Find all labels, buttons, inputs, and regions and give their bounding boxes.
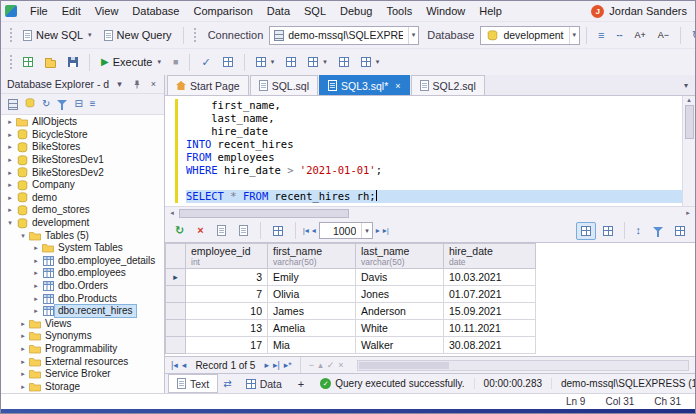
tree-item-demo[interactable]: ▸demo <box>1 192 164 205</box>
cell-last-name[interactable]: Jones <box>356 286 444 303</box>
pin-icon[interactable] <box>130 80 143 89</box>
add-results-tab-button[interactable]: + <box>291 378 311 390</box>
expand-icon[interactable]: ▸ <box>5 206 15 214</box>
code-line-8[interactable]: SELECT * FROM recent_hires rh; <box>165 190 682 203</box>
menu-tools[interactable]: Tools <box>379 2 419 20</box>
comment-button[interactable]: -- <box>611 27 627 44</box>
expand-icon[interactable]: ▸ <box>5 169 15 177</box>
first-record-icon[interactable]: |◂ <box>171 360 178 370</box>
tab-data[interactable]: Data <box>237 374 291 393</box>
tree-item-bikestoresdev2[interactable]: ▸BikeStoresDev2 <box>1 166 164 179</box>
previous-record-icon[interactable]: ◂ <box>182 360 187 370</box>
menu-data[interactable]: Data <box>260 2 297 20</box>
menu-debug[interactable]: Debug <box>333 2 379 20</box>
tree-item-tables-5[interactable]: ▾Tables (5) <box>1 229 164 242</box>
menu-sql[interactable]: SQL <box>297 2 333 20</box>
editor-vertical-scrollbar[interactable]: ▴ <box>682 96 695 206</box>
close-icon[interactable]: × <box>147 79 160 89</box>
expand-icon[interactable]: ▸ <box>18 370 28 378</box>
expand-icon[interactable]: ▸ <box>31 257 41 265</box>
expand-icon[interactable]: ▸ <box>18 320 28 328</box>
tree-item-demo-stores[interactable]: ▸demo_stores <box>1 204 164 217</box>
open-file-button[interactable] <box>40 53 61 72</box>
tree-item-external-resources[interactable]: ▸External resources <box>1 355 164 368</box>
append-record-icon[interactable]: ▸* <box>284 360 292 370</box>
expand-icon[interactable]: ▸ <box>18 345 28 353</box>
export-button[interactable] <box>234 221 253 240</box>
cell-employee-id[interactable]: 17 <box>186 337 268 354</box>
code-line-1[interactable]: first_name, <box>165 99 682 112</box>
previous-page-icon[interactable]: ◂ <box>312 227 316 235</box>
tree-item-system-tables[interactable]: ▸System Tables <box>1 242 164 255</box>
expand-icon[interactable]: ▸ <box>5 156 15 164</box>
tab-start-page[interactable]: Start Page <box>167 75 249 95</box>
column-header-first-name[interactable]: first_namevarchar(50) <box>268 244 356 269</box>
scrollbar-thumb[interactable] <box>179 209 349 218</box>
grid-view-button[interactable] <box>576 222 596 240</box>
last-page-icon[interactable]: ▸| <box>383 227 389 235</box>
results-layout-button-4[interactable] <box>334 53 354 71</box>
scroll-up-icon[interactable]: ▴ <box>687 96 691 104</box>
scroll-left-icon[interactable]: ◂ <box>165 209 179 217</box>
tree-item-dbo-employees[interactable]: ▸dbo.employees <box>1 267 164 280</box>
expand-icon[interactable]: ▸ <box>18 332 28 340</box>
column-header-last-name[interactable]: last_namevarchar(50) <box>356 244 444 269</box>
options-icon[interactable]: ≡ <box>90 99 96 109</box>
chevron-down-icon[interactable]: ▾ <box>157 58 161 66</box>
expand-icon[interactable]: ▸ <box>18 358 28 366</box>
results-layout-button-2[interactable] <box>281 53 301 71</box>
tree-item-storage[interactable]: ▸Storage <box>1 380 164 393</box>
chevron-down-icon[interactable]: ▾ <box>408 27 416 44</box>
expand-icon[interactable]: ▸ <box>31 282 41 290</box>
scroll-right-icon[interactable]: ▸ <box>681 209 695 217</box>
cell-employee-id[interactable]: 10 <box>186 303 268 320</box>
connection-combo[interactable]: demo-mssql\SQLEXPRESS ▾ <box>269 26 419 45</box>
tree-item-synonyms[interactable]: ▸Synonyms <box>1 330 164 343</box>
cell-first-name[interactable]: Amelia <box>268 320 356 337</box>
results-layout-button-3[interactable]: ▾ <box>303 53 332 71</box>
cell-first-name[interactable]: Olivia <box>268 286 356 303</box>
cell-last-name[interactable]: White <box>356 320 444 337</box>
tree-item-dbo-products[interactable]: ▸dbo.Products <box>1 292 164 305</box>
user-account-button[interactable]: J Jordan Sanders <box>591 5 687 18</box>
format-sql-button[interactable]: ≡ <box>593 26 609 45</box>
expand-icon[interactable]: ▸ <box>5 143 15 151</box>
cell-employee-id[interactable]: 7 <box>186 286 268 303</box>
cell-first-name[interactable]: James <box>268 303 356 320</box>
expand-icon[interactable]: ▸ <box>5 131 15 139</box>
menu-database[interactable]: Database <box>125 2 186 20</box>
row-selector[interactable] <box>166 303 186 320</box>
next-record-icon[interactable]: ▸ <box>264 360 269 370</box>
editor-horizontal-scrollbar[interactable]: ◂ ▸ <box>165 206 695 219</box>
new-database-icon[interactable] <box>25 98 35 110</box>
tree-item-allobjects[interactable]: ▸AllObjects <box>1 116 164 129</box>
cell-hire-date[interactable]: 30.08.2021 <box>444 337 536 354</box>
cell-first-name[interactable]: Emily <box>268 269 356 286</box>
tree-item-dbo-recent-hires[interactable]: ▸dbo.recent_hires <box>1 305 164 318</box>
last-record-icon[interactable]: ▸| <box>273 360 280 370</box>
tree-item-programmability[interactable]: ▸Programmability <box>1 343 164 356</box>
menu-file[interactable]: File <box>23 2 55 20</box>
expand-icon[interactable]: ▸ <box>18 383 28 391</box>
sql-editor[interactable]: first_name, last_name, hire_dateINTO rec… <box>165 96 695 206</box>
tab-list-icon[interactable]: ▾ <box>677 81 695 90</box>
check-syntax-button[interactable]: ✓ <box>196 53 215 72</box>
code-line-7[interactable] <box>165 177 682 190</box>
cell-last-name[interactable]: Walker <box>356 337 444 354</box>
menu-edit[interactable]: Edit <box>55 2 88 20</box>
results-layout-button-1[interactable]: ▾ <box>251 53 280 71</box>
filter-icon[interactable] <box>57 100 67 105</box>
refresh-icon[interactable]: ↻ <box>42 99 50 109</box>
page-size-select[interactable]: 1000 ▾ <box>319 222 373 239</box>
edit-record-icon[interactable]: ▴ <box>318 360 323 370</box>
increase-font-button[interactable]: A+ <box>629 27 650 44</box>
tab-sql2-sql[interactable]: SQL2.sql <box>411 75 485 95</box>
tree-item-service-broker[interactable]: ▸Service Broker <box>1 368 164 381</box>
expand-icon[interactable]: ▸ <box>31 269 41 277</box>
new-document-button[interactable] <box>18 53 38 71</box>
close-icon[interactable]: × <box>395 81 400 91</box>
collapse-all-icon[interactable]: ⊟ <box>74 99 82 109</box>
expand-icon[interactable]: ▸ <box>5 118 15 126</box>
row-selector[interactable] <box>166 286 186 303</box>
cell-first-name[interactable]: Mia <box>268 337 356 354</box>
